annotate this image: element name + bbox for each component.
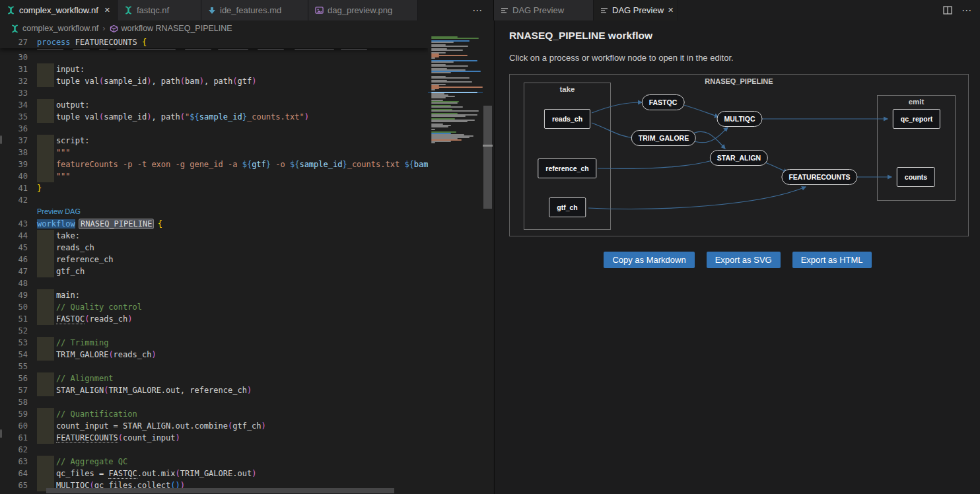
code-line[interactable]: 63 // Aggregate QC bbox=[0, 456, 428, 468]
code-line[interactable]: 50 // Quality control bbox=[0, 301, 428, 313]
split-editor-icon[interactable] bbox=[943, 6, 952, 15]
line-number: 30 bbox=[0, 52, 28, 63]
code-text: """ bbox=[37, 170, 71, 182]
codelens-preview-dag-link[interactable]: Preview DAG bbox=[0, 206, 428, 218]
code-line[interactable]: 45 reads_ch bbox=[0, 242, 428, 254]
code-line[interactable]: 64 qc_files = FASTQC.out.mix(TRIM_GALORE… bbox=[0, 468, 428, 479]
breadcrumb-symbol-label: workflow RNASEQ_PIPELINE bbox=[122, 24, 232, 33]
tab-fastqc-nf[interactable]: fastqc.nf bbox=[118, 0, 201, 20]
code-line[interactable]: 43workflow RNASEQ_PIPELINE { bbox=[0, 218, 428, 230]
code-line[interactable]: 40 """ bbox=[0, 170, 428, 182]
export-as-svg-button[interactable]: Export as SVG bbox=[707, 252, 781, 268]
code-line[interactable]: 61 FEATURECOUNTS(count_input) bbox=[0, 432, 428, 444]
tab-bar: complex_workflow.nf✕fastqc.nfide_feature… bbox=[0, 0, 980, 20]
code-line[interactable]: 31 input: bbox=[0, 63, 428, 75]
code-line[interactable]: 30 bbox=[0, 52, 428, 63]
line-number: 31 bbox=[0, 63, 28, 75]
tab-label: DAG Preview bbox=[512, 5, 564, 15]
breadcrumb-file-label: complex_workflow.nf bbox=[22, 24, 98, 33]
code-line[interactable]: 55 bbox=[0, 361, 428, 372]
minimap[interactable] bbox=[428, 36, 483, 494]
code-line[interactable]: 49 main: bbox=[0, 289, 428, 301]
symbol-workflow-icon bbox=[110, 24, 118, 33]
code-line[interactable]: 33 bbox=[0, 87, 428, 99]
ide-window: { "tabs_left": [ {"label":"complex_workf… bbox=[0, 0, 980, 494]
breadcrumb-file[interactable]: complex_workflow.nf bbox=[11, 24, 98, 33]
code-text: script: bbox=[37, 135, 89, 147]
line-number: 38 bbox=[0, 147, 28, 159]
panel-actions: ⋯ bbox=[943, 0, 980, 20]
line-number: 43 bbox=[0, 218, 28, 230]
code-line[interactable]: 53 // Trimming bbox=[0, 337, 428, 349]
line-number: 36 bbox=[0, 123, 28, 135]
tab-label: dag_preview.png bbox=[328, 5, 392, 15]
code-line[interactable]: 58 bbox=[0, 396, 428, 408]
code-line[interactable]: 34 output: bbox=[0, 99, 428, 111]
line-number: 32 bbox=[0, 75, 28, 87]
export-button-row: Copy as MarkdownExport as SVGExport as H… bbox=[495, 252, 980, 268]
code-line[interactable]: 47 gtf_ch bbox=[0, 265, 428, 277]
line-number: 52 bbox=[0, 325, 28, 337]
code-line[interactable]: 32 tuple val(sample_id), path(bam), path… bbox=[0, 75, 428, 87]
vertical-scrollbar[interactable] bbox=[483, 36, 493, 494]
tab-label: fastqc.nf bbox=[137, 5, 169, 15]
tab-label: ide_features.md bbox=[220, 5, 281, 15]
vertical-scrollbar-thumb[interactable] bbox=[483, 106, 492, 209]
dag-node-reference-ch[interactable]: reference_ch bbox=[538, 159, 596, 178]
dag-node-counts[interactable]: counts bbox=[897, 167, 935, 187]
code-line[interactable]: 42 bbox=[0, 194, 428, 206]
line-number: 41 bbox=[0, 182, 28, 194]
code-line[interactable]: 46 reference_ch bbox=[0, 254, 428, 265]
line-number: 61 bbox=[0, 432, 28, 444]
dag-node-star-align[interactable]: STAR_ALIGN bbox=[710, 150, 768, 166]
code-line[interactable]: 62 bbox=[0, 444, 428, 456]
page-title: RNASEQ_PIPELINE workflow bbox=[509, 30, 652, 42]
more-actions-icon[interactable]: ⋯ bbox=[472, 5, 483, 17]
code-text: tuple val(sample_id), path(bam), path(gt… bbox=[37, 75, 256, 87]
dag-node-multiqc[interactable]: MULTIQC bbox=[717, 111, 762, 127]
code-line[interactable]: 56 // Alignment bbox=[0, 372, 428, 384]
dag-node-reads-ch[interactable]: reads_ch bbox=[544, 109, 590, 129]
code-line[interactable]: 37 script: bbox=[0, 135, 428, 147]
tab-complex-workflow-nf[interactable]: complex_workflow.nf✕ bbox=[0, 0, 118, 20]
breadcrumb-symbol[interactable]: workflow RNASEQ_PIPELINE bbox=[110, 24, 232, 33]
export-as-html-button[interactable]: Export as HTML bbox=[792, 252, 872, 268]
dag-node-fastqc[interactable]: FASTQC bbox=[642, 94, 685, 110]
close-icon[interactable]: ✕ bbox=[104, 6, 110, 15]
more-actions-icon[interactable]: ⋯ bbox=[962, 5, 972, 17]
code-line[interactable]: 39 featureCounts -p -t exon -g gene_id -… bbox=[0, 159, 428, 170]
line-number: 64 bbox=[0, 468, 28, 479]
line-number: 42 bbox=[0, 194, 28, 206]
line-number: 44 bbox=[0, 230, 28, 242]
dag-node-featurecounts[interactable]: FEATURECOUNTS bbox=[781, 169, 857, 185]
code-line[interactable]: 44 take: bbox=[0, 230, 428, 242]
dag-node-gtf-ch[interactable]: gtf_ch bbox=[549, 197, 586, 217]
tab-dag-preview-png[interactable]: dag_preview.png bbox=[308, 0, 418, 20]
sticky-scroll-line[interactable]: 27process FEATURECOUNTS { bbox=[0, 36, 428, 48]
code-line[interactable]: 59 // Quantification bbox=[0, 408, 428, 420]
horizontal-scrollbar-thumb[interactable] bbox=[46, 488, 394, 493]
copy-as-markdown-button[interactable]: Copy as Markdown bbox=[604, 252, 694, 268]
code-line[interactable]: 41} bbox=[0, 182, 428, 194]
dag-diagram: RNASEQ_PIPELINEtakeemitreads_chreference… bbox=[509, 74, 969, 236]
code-line[interactable]: 48 bbox=[0, 277, 428, 289]
line-number: 59 bbox=[0, 408, 28, 420]
line-number: 63 bbox=[0, 456, 28, 468]
code-line[interactable]: 57 STAR_ALIGN(TRIM_GALORE.out, reference… bbox=[0, 384, 428, 396]
dag-node-qc-report[interactable]: qc_report bbox=[893, 109, 940, 129]
panel-tab-dag-preview-1[interactable]: DAG Preview bbox=[494, 0, 594, 20]
code-line[interactable]: 52 bbox=[0, 325, 428, 337]
code-line[interactable]: 54 TRIM_GALORE(reads_ch) bbox=[0, 349, 428, 361]
panel-tab-dag-preview-2[interactable]: DAG Preview✕ bbox=[594, 0, 678, 20]
code-line[interactable]: 36 bbox=[0, 123, 428, 135]
code-editor[interactable]: 27process FEATURECOUNTS {3031 input:32 t… bbox=[0, 36, 493, 494]
code-line[interactable]: 35 tuple val(sample_id), path("${sample_… bbox=[0, 111, 428, 123]
code-line[interactable]: 60 count_input = STAR_ALIGN.out.combine(… bbox=[0, 420, 428, 432]
code-text: // Quality control bbox=[37, 301, 142, 313]
code-line[interactable]: 38 """ bbox=[0, 147, 428, 159]
close-icon[interactable]: ✕ bbox=[668, 6, 674, 15]
tab-ide-features-md[interactable]: ide_features.md bbox=[201, 0, 308, 20]
dag-node-trim-galore[interactable]: TRIM_GALORE bbox=[631, 130, 696, 146]
code-line[interactable]: 51 FASTQC(reads_ch) bbox=[0, 313, 428, 325]
code-area[interactable]: 27process FEATURECOUNTS {3031 input:32 t… bbox=[0, 36, 428, 494]
